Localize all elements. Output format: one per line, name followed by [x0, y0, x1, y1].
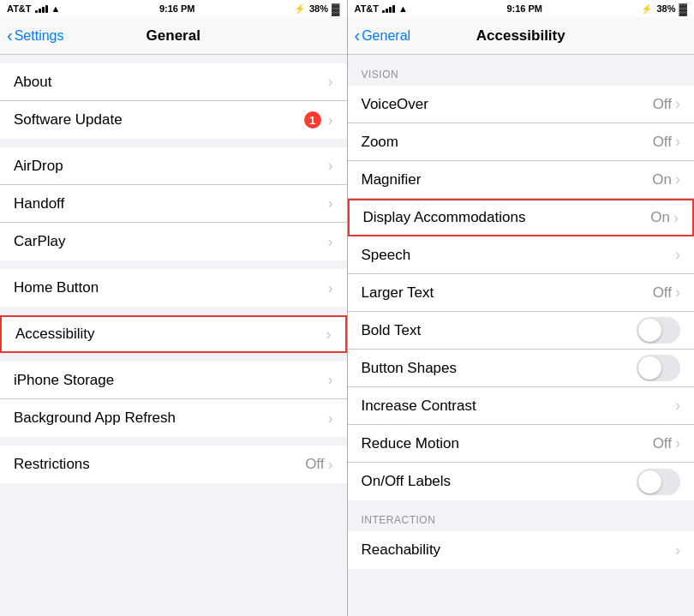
left-group-5: iPhone Storage › Background App Refresh …: [0, 362, 347, 437]
carplay-label: CarPlay: [14, 233, 328, 250]
onoff-labels-toggle[interactable]: [637, 469, 680, 495]
increase-contrast-label: Increase Contrast: [362, 398, 676, 415]
handoff-chevron-icon: ›: [328, 194, 333, 212]
bold-text-toggle-knob: [638, 319, 661, 342]
list-item[interactable]: Reachability ›: [348, 531, 695, 569]
left-nav-bar: ‹ Settings General: [0, 17, 347, 55]
vision-section-header: VISION: [348, 55, 695, 86]
zoom-label: Zoom: [362, 134, 653, 151]
bold-text-label: Bold Text: [362, 322, 637, 339]
right-vision-group: VoiceOver Off › Zoom Off › Magnifier On …: [348, 86, 695, 500]
about-chevron-icon: ›: [328, 73, 333, 91]
left-group-2: AirDrop › Handoff › CarPlay ›: [0, 147, 347, 260]
list-item[interactable]: Restrictions Off ›: [0, 446, 347, 483]
list-item[interactable]: CarPlay ›: [0, 223, 347, 260]
list-item[interactable]: Background App Refresh ›: [0, 399, 347, 437]
larger-text-label: Larger Text: [362, 284, 653, 302]
right-battery: 38%: [656, 3, 675, 14]
list-item[interactable]: Reduce Motion Off ›: [348, 425, 695, 463]
list-item[interactable]: About ›: [0, 63, 347, 101]
right-bluetooth-icon: ⚡: [641, 3, 653, 15]
speech-chevron-icon: ›: [675, 246, 680, 264]
right-nav-bar: ‹ General Accessibility: [348, 17, 695, 55]
reachability-label: Reachability: [362, 541, 676, 559]
left-bluetooth-icon: ⚡: [294, 3, 306, 15]
interaction-section-label: INTERACTION: [362, 514, 436, 526]
right-back-label[interactable]: General: [362, 28, 410, 44]
speech-label: Speech: [362, 247, 676, 264]
larger-text-chevron-icon: ›: [675, 284, 680, 302]
background-app-refresh-chevron-icon: ›: [328, 410, 333, 428]
list-item[interactable]: Home Button ›: [0, 269, 347, 307]
iphone-storage-label: iPhone Storage: [14, 372, 328, 389]
left-back-label[interactable]: Settings: [15, 28, 64, 44]
magnifier-chevron-icon: ›: [675, 170, 680, 188]
restrictions-value: Off: [305, 456, 324, 473]
left-carrier: AT&T: [7, 3, 32, 14]
right-nav-title: Accessibility: [476, 27, 565, 45]
left-scroll-area: About › Software Update 1 › AirDrop › Ha…: [0, 55, 347, 616]
left-wifi-icon: ▲: [51, 3, 61, 14]
left-nav-title: General: [147, 27, 200, 45]
left-group-4: Accessibility ›: [0, 315, 347, 353]
right-back-button[interactable]: ‹ General: [355, 27, 411, 44]
right-signal: [382, 4, 395, 13]
button-shapes-toggle[interactable]: [637, 355, 680, 381]
list-item[interactable]: Zoom Off ›: [348, 123, 695, 161]
left-panel: AT&T ▲ 9:16 PM ⚡ 38% ▓ ‹ Settings Genera…: [0, 0, 347, 616]
software-update-badge: 1: [304, 111, 321, 129]
accessibility-chevron-icon: ›: [326, 326, 332, 344]
display-accommodations-label: Display Accommodations: [363, 209, 651, 226]
voiceover-value: Off: [653, 96, 672, 113]
right-carrier: AT&T: [355, 3, 380, 14]
bold-text-toggle[interactable]: [637, 317, 680, 344]
list-item[interactable]: AirDrop ›: [0, 147, 347, 185]
list-item[interactable]: Increase Contrast ›: [348, 387, 695, 425]
left-signal: [35, 4, 48, 13]
button-shapes-toggle-knob: [638, 356, 661, 380]
accessibility-item[interactable]: Accessibility ›: [0, 315, 347, 353]
restrictions-chevron-icon: ›: [328, 456, 333, 474]
right-status-left: AT&T ▲: [355, 3, 408, 14]
button-shapes-label: Button Shapes: [362, 360, 637, 377]
airdrop-chevron-icon: ›: [328, 157, 333, 175]
list-item[interactable]: On/Off Labels: [348, 463, 695, 500]
interaction-section-header: INTERACTION: [348, 500, 695, 531]
left-battery: 38%: [309, 3, 328, 14]
list-item[interactable]: Speech ›: [348, 236, 695, 274]
airdrop-label: AirDrop: [14, 158, 328, 175]
accessibility-label: Accessibility: [15, 326, 326, 343]
list-item[interactable]: VoiceOver Off ›: [348, 86, 695, 123]
home-button-label: Home Button: [14, 279, 328, 296]
software-update-chevron-icon: ›: [328, 111, 333, 129]
right-panel: AT&T ▲ 9:16 PM ⚡ 38% ▓ ‹ General Accessi…: [348, 0, 695, 616]
left-group-1: About › Software Update 1 ›: [0, 63, 347, 139]
reachability-chevron-icon: ›: [675, 541, 680, 559]
left-back-button[interactable]: ‹ Settings: [7, 27, 63, 44]
list-item[interactable]: Button Shapes: [348, 350, 695, 387]
list-item[interactable]: iPhone Storage ›: [0, 362, 347, 399]
background-app-refresh-label: Background App Refresh: [14, 410, 328, 427]
list-item[interactable]: Software Update 1 ›: [0, 101, 347, 139]
carplay-chevron-icon: ›: [328, 233, 333, 251]
right-time: 9:16 PM: [506, 3, 542, 14]
list-item[interactable]: Larger Text Off ›: [348, 274, 695, 312]
magnifier-value: On: [652, 171, 672, 188]
right-wifi-icon: ▲: [398, 3, 408, 14]
left-status-left: AT&T ▲: [7, 3, 60, 14]
about-label: About: [14, 74, 328, 91]
larger-text-value: Off: [653, 284, 672, 302]
home-button-chevron-icon: ›: [328, 279, 333, 297]
left-back-chevron-icon: ‹: [7, 27, 13, 44]
list-item[interactable]: Bold Text: [348, 312, 695, 350]
left-time: 9:16 PM: [159, 3, 195, 14]
increase-contrast-chevron-icon: ›: [675, 397, 680, 415]
list-item[interactable]: Handoff ›: [0, 185, 347, 223]
software-update-label: Software Update: [14, 111, 304, 129]
display-accommodations-item[interactable]: Display Accommodations On ›: [348, 199, 695, 236]
voiceover-label: VoiceOver: [362, 96, 653, 113]
zoom-chevron-icon: ›: [675, 133, 680, 151]
right-back-chevron-icon: ‹: [355, 27, 361, 44]
right-status-right: ⚡ 38% ▓: [641, 3, 687, 15]
list-item[interactable]: Magnifier On ›: [348, 161, 695, 199]
